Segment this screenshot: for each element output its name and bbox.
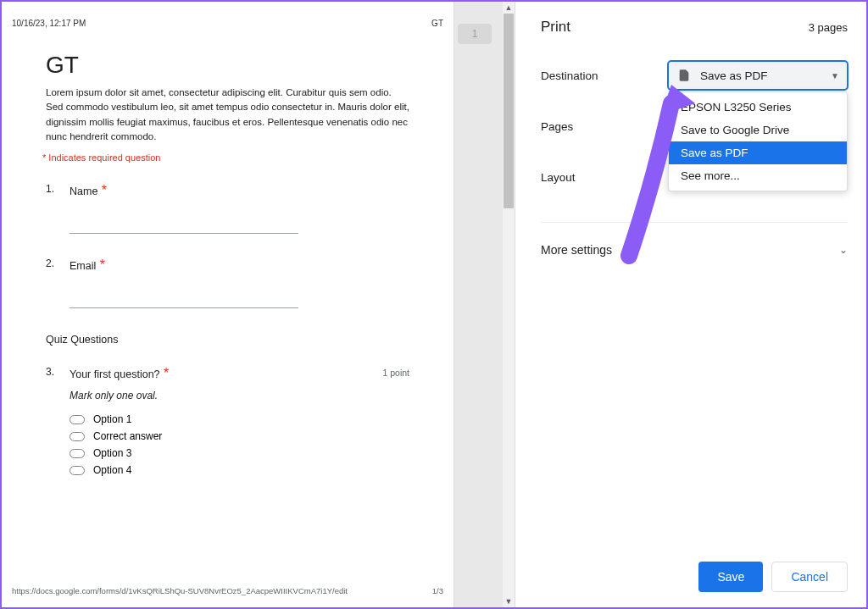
preview-page: 10/16/23, 12:17 PM GT GT Lorem ipsum dol… <box>2 2 453 607</box>
dialog-footer: Save Cancel <box>541 550 848 592</box>
option-row: Option 3 <box>70 447 409 459</box>
option-label: Option 3 <box>93 447 131 459</box>
question-points: 1 point <box>382 368 409 378</box>
chevron-down-icon: ⌄ <box>839 244 848 256</box>
cancel-button[interactable]: Cancel <box>771 562 848 592</box>
destination-value: Save as PDF <box>700 69 768 82</box>
question-2: 2. Email * <box>46 257 409 308</box>
destination-label: Destination <box>541 69 668 82</box>
answer-line <box>70 288 298 308</box>
page-number-tab: 1 <box>458 24 492 44</box>
pages-label: Pages <box>541 120 668 133</box>
pdf-icon <box>676 68 692 83</box>
page-count: 3 pages <box>809 21 848 34</box>
more-settings-label: More settings <box>541 243 612 257</box>
option-row: Correct answer <box>70 430 409 442</box>
option-row: Option 4 <box>70 464 409 476</box>
scrollbar-track[interactable]: ▲ ▼ <box>503 2 515 607</box>
answer-line <box>70 213 298 234</box>
page-footer: https://docs.google.com/forms/d/1vKsQRiL… <box>12 586 443 595</box>
required-asterisk: * <box>164 366 169 380</box>
header-title: GT <box>431 19 443 28</box>
destination-dropdown: EPSON L3250 Series Save to Google Drive … <box>668 91 848 191</box>
print-settings-pane: Print 3 pages Destination Save as PDF ▼ … <box>515 2 866 607</box>
oval-icon <box>70 415 85 424</box>
oval-icon <box>70 432 85 441</box>
save-button[interactable]: Save <box>698 562 763 592</box>
section-header: Quiz Questions <box>46 334 409 346</box>
question-number: 1. <box>46 183 58 234</box>
option-label: Option 4 <box>93 464 131 476</box>
print-preview-pane: 10/16/23, 12:17 PM GT GT Lorem ipsum dol… <box>2 2 515 607</box>
preview-gutter: 1 ▲ ▼ <box>453 2 515 607</box>
dropdown-option-see-more[interactable]: See more... <box>669 164 847 187</box>
footer-page-number: 1/3 <box>432 586 443 595</box>
question-number: 2. <box>46 257 58 308</box>
layout-label: Layout <box>541 171 668 184</box>
destination-select[interactable]: Save as PDF ▼ <box>668 61 848 90</box>
panel-title: Print <box>541 19 570 36</box>
scroll-up-icon[interactable]: ▲ <box>503 2 515 14</box>
page-header: 10/16/23, 12:17 PM GT <box>12 19 443 36</box>
doc-title: GT <box>46 52 409 79</box>
required-note: * Indicates required question <box>42 152 409 163</box>
divider <box>541 222 848 223</box>
question-1: 1. Name * <box>46 183 409 234</box>
question-instruction: Mark only one oval. <box>70 390 409 401</box>
option-row: Option 1 <box>70 413 409 425</box>
option-label: Correct answer <box>93 430 162 442</box>
oval-icon <box>70 466 85 475</box>
required-asterisk: * <box>102 183 107 197</box>
question-3: 3. Your first question? * 1 point Mark o… <box>46 366 409 481</box>
dropdown-option-google-drive[interactable]: Save to Google Drive <box>669 119 847 141</box>
question-label: Your first question? <box>70 368 160 380</box>
header-date: 10/16/23, 12:17 PM <box>12 19 431 28</box>
scrollbar-thumb[interactable] <box>504 14 514 208</box>
dropdown-option-epson[interactable]: EPSON L3250 Series <box>669 96 847 119</box>
question-number: 3. <box>46 366 58 481</box>
dropdown-option-save-pdf[interactable]: Save as PDF <box>669 141 847 164</box>
option-label: Option 1 <box>93 413 131 425</box>
more-settings-toggle[interactable]: More settings ⌄ <box>541 236 848 263</box>
footer-url: https://docs.google.com/forms/d/1vKsQRiL… <box>12 586 432 595</box>
scroll-down-icon[interactable]: ▼ <box>503 595 515 607</box>
required-asterisk: * <box>100 257 105 272</box>
question-label: Name <box>70 185 97 197</box>
doc-description: Lorem ipsum dolor sit amet, consectetur … <box>46 86 409 144</box>
oval-icon <box>70 449 85 458</box>
question-label: Email <box>70 260 96 272</box>
chevron-down-icon: ▼ <box>831 71 839 80</box>
